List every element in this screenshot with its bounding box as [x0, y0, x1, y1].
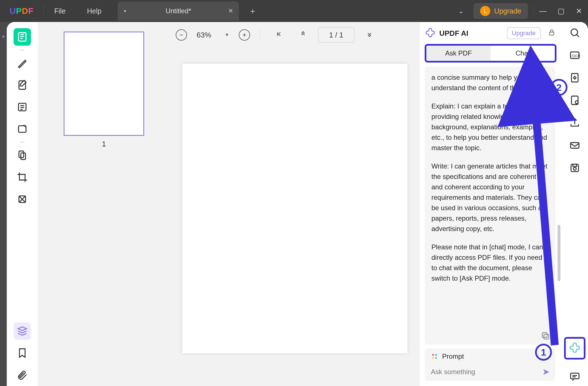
- document-viewer: − 63% ▼ + 1 / 1: [170, 22, 420, 386]
- save-icon[interactable]: [569, 162, 580, 174]
- close-tab-icon[interactable]: ✕: [228, 7, 233, 15]
- left-toolbar: [7, 22, 38, 386]
- window-titlebar: UPDF File Help ▾ Untitled* ✕ ＋ ⌄ L Upgra…: [0, 0, 588, 22]
- chevron-down-icon[interactable]: ▼: [221, 32, 233, 37]
- ai-message-text: Write: I can generate articles that meet…: [431, 161, 549, 234]
- highlight-tool[interactable]: [14, 54, 31, 72]
- right-toolbar: OCR: [562, 22, 588, 386]
- maximize-button[interactable]: ▢: [552, 7, 570, 15]
- tab-title: Untitled*: [166, 7, 191, 15]
- ai-toggle-button[interactable]: [564, 337, 585, 360]
- ai-message-text: a concise summary to help you quickly un…: [431, 72, 549, 93]
- svg-rect-8: [544, 334, 549, 339]
- svg-rect-9: [542, 333, 547, 338]
- viewer-toolbar: − 63% ▼ + 1 / 1: [170, 22, 420, 48]
- document-tab[interactable]: ▾ Untitled* ✕: [118, 1, 239, 21]
- panel-indicator: [0, 22, 7, 386]
- svg-point-13: [435, 357, 437, 359]
- first-page-button[interactable]: [270, 30, 288, 39]
- divider: [20, 50, 24, 50]
- form-tool[interactable]: [14, 98, 31, 116]
- svg-rect-17: [571, 74, 578, 82]
- svg-rect-3: [19, 126, 26, 132]
- svg-point-19: [575, 101, 578, 104]
- attachment-button[interactable]: [14, 366, 31, 384]
- send-icon[interactable]: ➤: [543, 367, 549, 376]
- ai-panel: UPDF AI Upgrade Ask PDF Chat a concise s…: [420, 22, 562, 386]
- svg-rect-5: [21, 153, 26, 159]
- tab-ask-pdf[interactable]: Ask PDF: [426, 46, 491, 61]
- ocr-icon[interactable]: OCR: [569, 50, 580, 61]
- email-icon[interactable]: [569, 140, 580, 151]
- ai-message-text: Please note that in [chat] mode, I can't…: [431, 242, 549, 283]
- close-button[interactable]: ✕: [570, 7, 588, 15]
- page-thumbnail[interactable]: [64, 32, 144, 136]
- svg-point-11: [435, 354, 437, 356]
- svg-rect-7: [549, 32, 554, 35]
- svg-rect-23: [573, 164, 576, 167]
- organize-tool[interactable]: [14, 147, 31, 164]
- redact-tool[interactable]: [14, 190, 31, 208]
- divider: [260, 29, 260, 41]
- svg-rect-20: [571, 143, 579, 148]
- new-tab-button[interactable]: ＋: [248, 5, 257, 17]
- divider: [20, 142, 24, 143]
- share-icon[interactable]: [569, 117, 580, 128]
- updf-ai-icon: [425, 27, 436, 39]
- page: [182, 64, 407, 353]
- crop-tool[interactable]: [14, 168, 31, 186]
- protect-icon[interactable]: [569, 95, 580, 106]
- zoom-value[interactable]: 63%: [193, 31, 215, 39]
- zoom-out-button[interactable]: −: [176, 29, 187, 41]
- avatar: L: [480, 6, 490, 16]
- ai-input[interactable]: [431, 368, 543, 376]
- prev-page-button[interactable]: [294, 30, 312, 39]
- page-canvas[interactable]: [170, 48, 420, 386]
- chevron-down-icon[interactable]: ⌄: [458, 7, 464, 15]
- svg-rect-4: [19, 151, 24, 157]
- chevron-down-icon[interactable]: ▾: [124, 8, 126, 14]
- ai-panel-title: UPDF AI: [439, 29, 504, 38]
- copy-icon[interactable]: [541, 331, 550, 341]
- minimize-button[interactable]: —: [534, 7, 552, 15]
- svg-point-12: [432, 357, 434, 359]
- ai-upgrade-button[interactable]: Upgrade: [507, 27, 541, 39]
- next-page-button[interactable]: [360, 30, 379, 39]
- svg-rect-24: [571, 373, 579, 379]
- svg-text:OCR: OCR: [572, 54, 580, 58]
- search-icon[interactable]: [569, 27, 580, 38]
- prompt-box: Prompt ➤: [425, 349, 555, 381]
- svg-point-14: [571, 29, 578, 36]
- sign-tool[interactable]: [14, 120, 31, 138]
- prompt-icon[interactable]: [431, 353, 438, 360]
- pages-panel-button[interactable]: [14, 322, 31, 340]
- upgrade-button[interactable]: L Upgrade: [473, 3, 528, 19]
- edit-tool[interactable]: [14, 76, 31, 94]
- ai-tabs: Ask PDF Chat: [425, 44, 556, 63]
- thumbnail-panel: 1: [38, 22, 170, 386]
- svg-point-10: [432, 354, 434, 356]
- reader-tool[interactable]: [14, 28, 31, 46]
- lock-icon[interactable]: [548, 29, 555, 38]
- app-logo: UPDF: [10, 6, 34, 16]
- menu-file[interactable]: File: [44, 7, 76, 15]
- ai-message-text: Explain: I can explain a topic in depth,…: [431, 101, 549, 153]
- menu-help[interactable]: Help: [76, 7, 112, 15]
- bookmark-button[interactable]: [14, 344, 31, 362]
- scrollbar[interactable]: [558, 70, 560, 284]
- convert-icon[interactable]: [569, 72, 580, 83]
- svg-point-22: [573, 167, 576, 170]
- page-indicator[interactable]: 1 / 1: [318, 27, 355, 43]
- tab-chat[interactable]: Chat: [491, 46, 555, 61]
- comment-icon[interactable]: [569, 371, 580, 382]
- zoom-in-button[interactable]: +: [239, 29, 250, 41]
- thumbnail-label: 1: [102, 140, 106, 148]
- prompt-label[interactable]: Prompt: [442, 352, 464, 360]
- ai-chat-content: a concise summary to help you quickly un…: [425, 66, 555, 345]
